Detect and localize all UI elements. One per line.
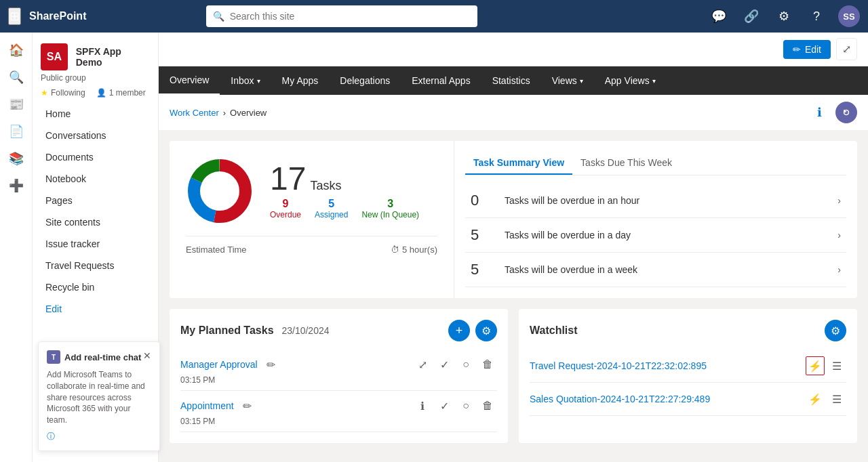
planned-task-0-name[interactable]: Manager Approval: [180, 359, 258, 370]
assigned-count: 5: [315, 198, 348, 210]
nav-documents[interactable]: Documents: [33, 146, 158, 168]
planned-tasks-header: My Planned Tasks 23/10/2024 + ⚙: [180, 320, 497, 341]
tab-tasks-due-week[interactable]: Tasks Due This Week: [572, 152, 680, 175]
task-stats: 9 Overdue 5 Assigned 3 New (In Queue): [270, 198, 419, 219]
nav-issue-tracker[interactable]: Issue tracker: [33, 233, 158, 255]
planned-task-0-circle-icon[interactable]: ○: [456, 355, 475, 374]
watchlist-item-0-icons: ⚡ ☰: [806, 356, 846, 375]
planned-task-0-edit-icon[interactable]: ✏: [262, 355, 281, 374]
breadcrumb-current: Overview: [230, 108, 267, 118]
nav-tab-appviews[interactable]: App Views ▾: [594, 67, 667, 94]
appviews-dropdown-icon: ▾: [652, 77, 656, 85]
task-row-0[interactable]: 0 Tasks will be overdue in an hour ›: [465, 184, 846, 218]
add-task-button[interactable]: +: [448, 320, 470, 341]
planned-task-1-info-icon[interactable]: ℹ: [413, 396, 432, 415]
watchlist-settings-button[interactable]: ⚙: [825, 320, 846, 341]
watchlist-item-0-name[interactable]: Travel Request-2024-10-21T22:32:02:895: [530, 360, 806, 371]
watchlist-item-1-name[interactable]: Sales Quotation-2024-10-21T22:27:29:489: [530, 394, 806, 404]
task-row-2[interactable]: 5 Tasks will be overdue in a week ›: [465, 253, 846, 287]
edit-bar: ✏ Edit ⤢: [159, 33, 868, 66]
chat-popup: T Add real-time chat ✕ Add Microsoft Tea…: [38, 341, 160, 451]
following-button[interactable]: ★ Following: [41, 88, 85, 98]
share-icon[interactable]: 🔗: [741, 5, 762, 27]
planned-task-1-delete-icon[interactable]: 🗑: [478, 396, 497, 415]
task-row-1[interactable]: 5 Tasks will be overdue in a day ›: [465, 218, 846, 253]
assigned-stat: 5 Assigned: [315, 198, 348, 219]
planned-task-1-circle-icon[interactable]: ○: [456, 396, 475, 415]
planned-task-1-edit-icon[interactable]: ✏: [238, 396, 257, 415]
watchlist-header: Watchlist ⚙: [530, 320, 846, 341]
watchlist-title: Watchlist: [530, 324, 578, 337]
planned-task-1-name[interactable]: Appointment: [180, 400, 234, 411]
nav-conversations[interactable]: Conversations: [33, 125, 158, 146]
watchlist-item-1: Sales Quotation-2024-10-21T22:27:29:489 …: [530, 383, 846, 416]
chat-popup-link[interactable]: ⓘ: [47, 432, 55, 441]
nav-pages[interactable]: Pages: [33, 190, 158, 211]
nav-tab-myapps[interactable]: My Apps: [271, 67, 330, 94]
nav-travel-requests[interactable]: Travel Requests: [33, 255, 158, 276]
watchlist-item-0-spark-icon[interactable]: ⚡: [806, 356, 825, 375]
grid-icon[interactable]: ⊞: [8, 7, 21, 25]
planned-task-0-check-icon[interactable]: ✓: [435, 355, 454, 374]
site-title: SPFX App Demo: [76, 46, 150, 68]
planned-task-0-delete-icon[interactable]: 🗑: [478, 355, 497, 374]
edit-button[interactable]: ✏ Edit: [783, 40, 831, 59]
help-icon[interactable]: ?: [806, 5, 827, 27]
refresh-avatar[interactable]: [835, 102, 857, 123]
nav-site-contents[interactable]: Site contents: [33, 211, 158, 233]
search-nav-icon[interactable]: 🔍: [4, 65, 28, 89]
info-icon-button[interactable]: ℹ: [808, 102, 830, 123]
nav-notebook[interactable]: Notebook: [33, 168, 158, 190]
nav-tab-inbox[interactable]: Inbox ▾: [220, 67, 271, 94]
svg-point-4: [202, 173, 237, 209]
nav-tab-external[interactable]: External Apps: [401, 67, 481, 94]
watchlist-item-1-icons: ⚡ ☰: [806, 390, 846, 408]
donut-svg: [186, 157, 254, 225]
top-bar-icons: 💬 🔗 ⚙ ? SS: [708, 5, 860, 27]
planned-task-1-check-icon[interactable]: ✓: [435, 396, 454, 415]
site-meta: Public group: [33, 73, 158, 88]
user-avatar[interactable]: SS: [838, 5, 860, 27]
site-logo: SA: [41, 43, 68, 70]
breadcrumb-bar: Work Center › Overview ℹ: [159, 95, 868, 130]
task-summary-card: 17 Tasks 9 Overdue 5 Assigned: [170, 141, 857, 298]
watchlist-item-1-spark-icon[interactable]: ⚡: [806, 390, 825, 408]
members-count: 👤 1 member: [96, 88, 146, 98]
plus-icon[interactable]: ➕: [4, 173, 28, 198]
nav-tab-views[interactable]: Views ▾: [541, 67, 594, 94]
chat-popup-header: T Add real-time chat ✕: [47, 350, 151, 364]
news-icon[interactable]: 📰: [4, 92, 28, 117]
planned-tasks-settings-button[interactable]: ⚙: [475, 320, 497, 341]
planned-task-1-time: 03:15 PM: [180, 417, 497, 426]
site-following-row: ★ Following 👤 1 member: [33, 88, 158, 103]
left-nav: 🏠 🔍 📰 📄 📚 ➕: [0, 33, 33, 462]
chat-close-button[interactable]: ✕: [143, 350, 151, 361]
planned-tasks-actions: + ⚙: [448, 320, 497, 341]
watchlist-item-1-menu-icon[interactable]: ☰: [827, 390, 846, 408]
library-icon[interactable]: 📚: [4, 146, 28, 171]
nav-tab-statistics[interactable]: Statistics: [481, 67, 541, 94]
breadcrumb-separator: ›: [223, 108, 226, 118]
tab-task-summary[interactable]: Task Summary View: [465, 152, 572, 175]
planned-tasks-card: My Planned Tasks 23/10/2024 + ⚙ Manager …: [170, 309, 508, 443]
overdue-stat: 9 Overdue: [270, 198, 301, 219]
comment-icon[interactable]: 💬: [708, 5, 730, 27]
planned-task-0-share-icon[interactable]: ⤢: [413, 355, 432, 374]
breadcrumb-root[interactable]: Work Center: [170, 108, 219, 118]
watchlist-item-0-menu-icon[interactable]: ☰: [827, 356, 846, 375]
page-icon[interactable]: 📄: [4, 119, 28, 144]
nav-home[interactable]: Home: [33, 103, 158, 125]
nav-edit[interactable]: Edit: [33, 298, 158, 320]
task-count-area: 17 Tasks 9 Overdue 5 Assigned: [270, 163, 419, 219]
search-input[interactable]: [230, 11, 471, 22]
task-row-1-chevron: ›: [837, 230, 841, 240]
nav-tab-overview[interactable]: Overview: [159, 66, 220, 95]
bottom-row: My Planned Tasks 23/10/2024 + ⚙ Manager …: [170, 309, 857, 443]
app-name: SharePoint: [29, 10, 86, 22]
settings-icon[interactable]: ⚙: [773, 5, 795, 27]
home-icon[interactable]: 🏠: [4, 38, 28, 62]
nav-tab-delegations[interactable]: Delegations: [329, 67, 401, 94]
expand-button[interactable]: ⤢: [836, 38, 857, 60]
estimated-value: ⏱ 5 hour(s): [391, 245, 437, 255]
nav-recycle-bin[interactable]: Recycle bin: [33, 276, 158, 298]
